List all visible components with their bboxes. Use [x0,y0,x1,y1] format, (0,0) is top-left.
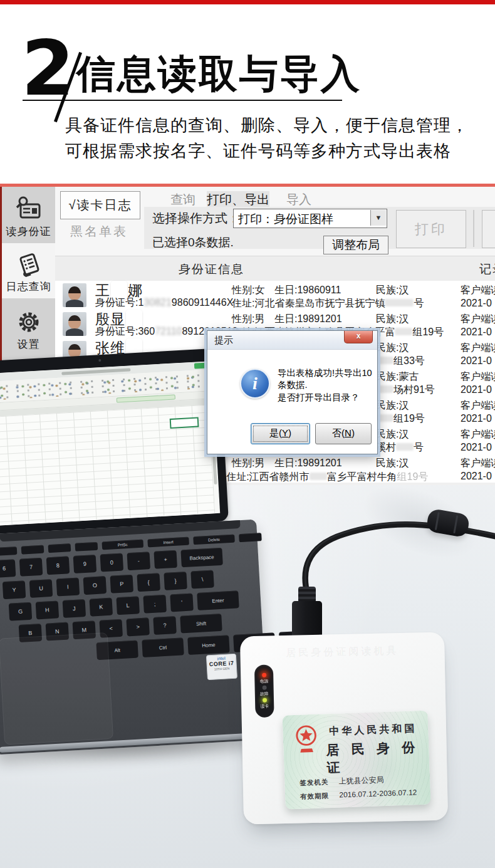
keyboard-key [48,543,71,553]
tab-query[interactable]: 查询 [159,191,207,207]
dialog-message-line1: 导出表格成功!共导出10条数据. [278,367,377,391]
keyboard-key: Delete [193,535,235,545]
keyboard-key: ' [170,593,194,612]
keyboard-key [0,546,17,556]
keyboard-key: } [164,572,187,590]
keyboard-key: G [9,602,33,621]
yes-button[interactable]: 是(Y) [251,423,310,444]
issuer-label: 签发机关 [300,778,328,787]
validity-label: 有效期限 [300,792,329,800]
keyboard-key: L [116,596,140,615]
keyboard-key: Backspace [180,548,222,568]
intel-core-i7-sticker: intel CORE i7 10TH GEN [206,654,237,681]
adjust-layout-button[interactable]: 调整布局 [323,236,388,254]
address-blur-patch [385,299,414,306]
card-name-title: 居 民 身 份 证 [326,738,430,777]
read-card-log-button[interactable]: √读卡日志 [60,191,140,219]
card-validity-row: 有效期限 2016.07.12-2036.07.12 [300,788,417,801]
keyboard-key: U [29,579,53,598]
keyboard-key [21,545,44,555]
keyboard-key: 9 [73,555,97,573]
keyboard-key: + [154,550,177,569]
issuer-value: 上犹县公安局 [338,775,383,786]
validity-value: 2016.07.12-2036.07.12 [339,788,417,799]
keyboard-key: 7 [19,558,43,577]
device-led-panel: 电源 故障 读卡 [254,664,274,718]
print-button[interactable]: 打印 [396,210,466,248]
address-blur-patch [395,328,412,335]
national-emblem [293,723,320,758]
dialog-message-line2: 是否打开导出目录？ [278,392,360,404]
selected-count-label: 已选择0条数据. [152,234,234,251]
table-header: 身份证信息 记录 [55,256,495,282]
keyboard-key: Home [187,635,229,655]
export-success-dialog: 提示 x i 导出表格成功!共导出10条数据. 是否打开导出目录？ 是(Y) 否… [207,330,378,454]
close-icon[interactable]: x [344,331,373,343]
power-led [262,673,266,677]
keyboard-key: J [63,599,86,618]
trackpad [0,633,113,744]
laptop-screen [0,348,229,534]
log-document-icon [15,251,43,278]
address-blur-patch [310,473,327,480]
description-line-2: 可根据需求按名字、证件号码等多种方式导出表格 [65,140,451,162]
excel-selection-box [170,417,199,429]
laptop-keyboard-deck: PrtScInsertDelete 67890-+Backspace YUIOP… [0,520,268,755]
operation-mode-select[interactable]: 打印：身份证图样 ▼ [233,209,387,228]
portrait-photo [63,283,86,307]
fault-led-label: 故障 [260,691,269,696]
keyboard-key: P [110,575,134,593]
keyboard-key: Enter [197,590,239,610]
address-blur-patch [376,357,393,364]
keyboard-key: 6 [0,559,16,578]
keyboard-key: ? [153,616,177,635]
chinese-id-card: 中华人民共和国 居 民 身 份 证 签发机关 上犹县公安局 有效期限 2016.… [283,711,431,810]
sidebar-label-log-query: 日志查询 [2,280,55,294]
card-issuer-row: 签发机关 上犹县公安局 [300,775,384,788]
chevron-down-icon[interactable]: ▼ [370,210,386,226]
page-title: 信息读取与导入 [76,48,362,100]
fault-led [262,686,266,690]
sidebar-item-log-query[interactable]: 日志查询 [2,243,55,298]
tab-import[interactable]: 导入 [273,191,325,207]
tab-print-export[interactable]: 打印、导出 [207,191,269,207]
sidebar-item-read-id[interactable]: 读身份证 [2,188,55,243]
dialog-titlebar[interactable]: 提示 x [207,331,377,350]
keyboard-key: Shift [180,614,222,634]
keyboard-key: I [56,578,80,597]
description-line-1: 具备证件信息的查询、删除、导入，便于信息管理， [65,114,469,137]
address-blur-patch [376,414,393,422]
device-embossed-text: 居民身份证阅读机具 [240,644,444,661]
table-row[interactable]: 王娜 身份证号:1308219860911446X 性别:女 生日:198609… [55,281,495,310]
no-button[interactable]: 否(N) [315,423,372,444]
power-led-label: 电源 [260,679,269,684]
id-card-reader-device: 居民身份证阅读机具 电源 故障 读卡 中华人民共和国 居 民 身 份 证 签发机… [240,632,448,825]
blacklist-label[interactable]: 黑名单表 [70,223,139,240]
keyboard-key: \ [190,570,214,589]
address-blur-patch [396,443,414,451]
sidebar-item-settings[interactable]: 设置 [2,301,55,356]
keyboard-key: - [127,552,151,570]
keyboard-key: O [83,576,107,595]
id-card-search-icon [15,196,43,223]
top-red-bar [0,0,495,4]
keyboard-key: H [36,600,60,619]
keyboard-key: { [137,573,160,592]
keyboard-key: > [126,617,150,636]
card-country-title: 中华人民共和国 [329,722,417,738]
webcam-dot [98,359,101,362]
column-id-info: 身份证信息 [179,261,244,278]
portrait-photo [63,312,86,336]
address-blur-patch [376,385,393,393]
keyboard-key: Insert [147,537,189,548]
keyboard-key: ; [143,595,167,614]
keyboard-key: PrtSc [102,540,143,550]
keyboard-key: Ctrl [142,637,184,657]
export-button-partial[interactable] [482,210,495,248]
read-led-label: 读卡 [260,704,269,709]
usb-plug [292,587,322,642]
operation-mode-value: 打印：身份证图样 [238,211,333,227]
keyboard-key [75,542,98,552]
keyboard-key: K [90,598,113,617]
toolbar-separator [473,210,474,247]
